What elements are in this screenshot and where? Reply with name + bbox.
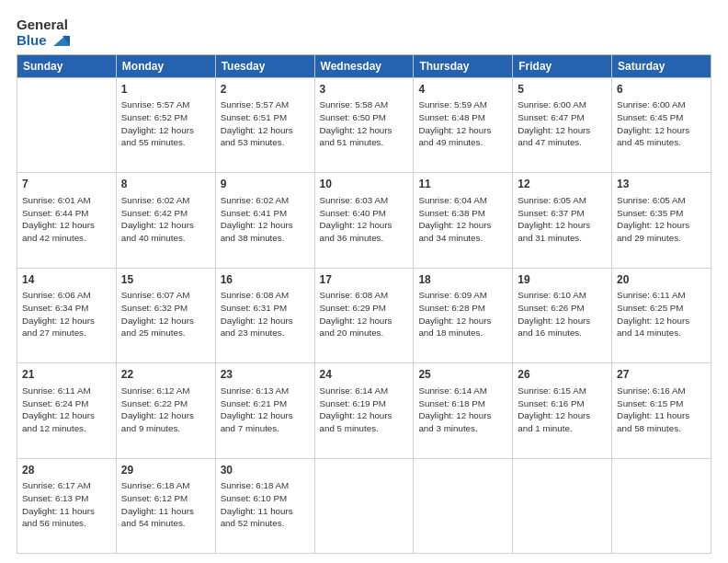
calendar-cell: 8Sunrise: 6:02 AM Sunset: 6:42 PM Daylig…	[116, 173, 215, 269]
day-info: Sunrise: 6:12 AM Sunset: 6:22 PM Dayligh…	[121, 385, 210, 435]
day-info: Sunrise: 6:10 AM Sunset: 6:26 PM Dayligh…	[518, 289, 607, 339]
calendar-cell: 2Sunrise: 5:57 AM Sunset: 6:51 PM Daylig…	[215, 77, 314, 173]
calendar-cell: 18Sunrise: 6:09 AM Sunset: 6:28 PM Dayli…	[414, 268, 513, 363]
weekday-header-row: SundayMondayTuesdayWednesdayThursdayFrid…	[17, 54, 711, 77]
logo: General Blue	[17, 17, 70, 49]
day-number: 16	[221, 272, 310, 288]
calendar-cell: 3Sunrise: 5:58 AM Sunset: 6:50 PM Daylig…	[314, 77, 414, 173]
day-info: Sunrise: 6:01 AM Sunset: 6:44 PM Dayligh…	[22, 194, 111, 245]
day-info: Sunrise: 6:18 AM Sunset: 6:12 PM Dayligh…	[121, 479, 210, 530]
calendar-cell	[314, 458, 414, 554]
week-row-3: 21Sunrise: 6:11 AM Sunset: 6:24 PM Dayli…	[17, 363, 711, 459]
calendar-cell: 13Sunrise: 6:05 AM Sunset: 6:35 PM Dayli…	[612, 173, 711, 269]
day-number: 11	[418, 177, 507, 192]
day-info: Sunrise: 6:03 AM Sunset: 6:40 PM Dayligh…	[320, 194, 409, 245]
header: General Blue	[17, 17, 711, 49]
calendar-cell: 26Sunrise: 6:15 AM Sunset: 6:16 PM Dayli…	[513, 363, 612, 459]
day-info: Sunrise: 5:58 AM Sunset: 6:50 PM Dayligh…	[320, 98, 409, 149]
calendar-cell: 20Sunrise: 6:11 AM Sunset: 6:25 PM Dayli…	[612, 268, 711, 363]
day-number: 29	[121, 463, 210, 478]
day-info: Sunrise: 5:57 AM Sunset: 6:51 PM Dayligh…	[221, 98, 310, 149]
day-number: 7	[22, 177, 111, 192]
calendar-cell: 30Sunrise: 6:18 AM Sunset: 6:10 PM Dayli…	[215, 458, 314, 554]
calendar-cell: 27Sunrise: 6:16 AM Sunset: 6:15 PM Dayli…	[612, 363, 711, 459]
calendar-cell	[612, 458, 711, 554]
day-info: Sunrise: 6:08 AM Sunset: 6:31 PM Dayligh…	[221, 289, 310, 339]
calendar-cell: 17Sunrise: 6:08 AM Sunset: 6:29 PM Dayli…	[314, 268, 414, 363]
calendar-cell: 19Sunrise: 6:10 AM Sunset: 6:26 PM Dayli…	[513, 268, 612, 363]
calendar-cell: 1Sunrise: 5:57 AM Sunset: 6:52 PM Daylig…	[116, 77, 215, 173]
weekday-header-monday: Monday	[116, 54, 215, 77]
calendar-cell: 9Sunrise: 6:02 AM Sunset: 6:41 PM Daylig…	[215, 173, 314, 269]
week-row-2: 14Sunrise: 6:06 AM Sunset: 6:34 PM Dayli…	[17, 268, 711, 363]
day-number: 30	[221, 463, 310, 478]
day-number: 22	[121, 367, 210, 383]
calendar-cell: 6Sunrise: 6:00 AM Sunset: 6:45 PM Daylig…	[612, 77, 711, 173]
day-number: 8	[121, 177, 210, 192]
logo-text: General Blue	[17, 17, 70, 49]
day-info: Sunrise: 5:59 AM Sunset: 6:48 PM Dayligh…	[418, 98, 507, 149]
day-info: Sunrise: 6:00 AM Sunset: 6:47 PM Dayligh…	[518, 98, 607, 149]
weekday-header-saturday: Saturday	[612, 54, 711, 77]
day-info: Sunrise: 6:07 AM Sunset: 6:32 PM Dayligh…	[121, 289, 210, 339]
day-number: 24	[320, 367, 409, 383]
logo-triangle-icon	[50, 33, 70, 48]
day-number: 14	[22, 272, 111, 288]
day-number: 25	[418, 367, 507, 383]
day-info: Sunrise: 6:17 AM Sunset: 6:13 PM Dayligh…	[22, 479, 111, 530]
calendar-cell: 25Sunrise: 6:14 AM Sunset: 6:18 PM Dayli…	[414, 363, 513, 459]
day-info: Sunrise: 6:11 AM Sunset: 6:24 PM Dayligh…	[22, 385, 111, 435]
day-number: 6	[617, 82, 706, 98]
calendar-cell: 4Sunrise: 5:59 AM Sunset: 6:48 PM Daylig…	[414, 77, 513, 173]
day-info: Sunrise: 6:02 AM Sunset: 6:42 PM Dayligh…	[121, 194, 210, 245]
day-number: 26	[518, 367, 607, 383]
day-number: 18	[418, 272, 507, 288]
day-info: Sunrise: 6:05 AM Sunset: 6:37 PM Dayligh…	[518, 194, 607, 245]
calendar-table: SundayMondayTuesdayWednesdayThursdayFrid…	[17, 54, 711, 555]
day-number: 2	[221, 82, 310, 98]
calendar-cell	[513, 458, 612, 554]
day-info: Sunrise: 5:57 AM Sunset: 6:52 PM Dayligh…	[121, 98, 210, 149]
day-info: Sunrise: 6:06 AM Sunset: 6:34 PM Dayligh…	[22, 289, 111, 339]
calendar-cell: 22Sunrise: 6:12 AM Sunset: 6:22 PM Dayli…	[116, 363, 215, 459]
day-number: 27	[617, 367, 706, 383]
day-info: Sunrise: 6:14 AM Sunset: 6:19 PM Dayligh…	[320, 385, 409, 435]
calendar-cell: 23Sunrise: 6:13 AM Sunset: 6:21 PM Dayli…	[215, 363, 314, 459]
week-row-0: 1Sunrise: 5:57 AM Sunset: 6:52 PM Daylig…	[17, 77, 711, 173]
day-number: 12	[518, 177, 607, 192]
day-number: 13	[617, 177, 706, 192]
day-info: Sunrise: 6:14 AM Sunset: 6:18 PM Dayligh…	[418, 385, 507, 435]
day-number: 19	[518, 272, 607, 288]
calendar-cell: 11Sunrise: 6:04 AM Sunset: 6:38 PM Dayli…	[414, 173, 513, 269]
day-info: Sunrise: 6:04 AM Sunset: 6:38 PM Dayligh…	[418, 194, 507, 245]
calendar-cell: 28Sunrise: 6:17 AM Sunset: 6:13 PM Dayli…	[17, 458, 117, 554]
day-info: Sunrise: 6:16 AM Sunset: 6:15 PM Dayligh…	[617, 385, 706, 435]
calendar-cell: 21Sunrise: 6:11 AM Sunset: 6:24 PM Dayli…	[17, 363, 117, 459]
page: General Blue SundayMondayTuesdayWednesda…	[0, 0, 728, 563]
day-info: Sunrise: 6:15 AM Sunset: 6:16 PM Dayligh…	[518, 385, 607, 435]
calendar-cell: 10Sunrise: 6:03 AM Sunset: 6:40 PM Dayli…	[314, 173, 414, 269]
day-number: 10	[320, 177, 409, 192]
day-number: 28	[22, 463, 111, 478]
day-info: Sunrise: 6:00 AM Sunset: 6:45 PM Dayligh…	[617, 98, 706, 149]
weekday-header-sunday: Sunday	[17, 54, 117, 77]
day-number: 23	[221, 367, 310, 383]
day-info: Sunrise: 6:18 AM Sunset: 6:10 PM Dayligh…	[221, 479, 310, 530]
day-number: 3	[320, 82, 409, 98]
week-row-1: 7Sunrise: 6:01 AM Sunset: 6:44 PM Daylig…	[17, 173, 711, 269]
calendar-cell	[414, 458, 513, 554]
day-number: 15	[121, 272, 210, 288]
day-number: 20	[617, 272, 706, 288]
day-number: 1	[121, 82, 210, 98]
day-info: Sunrise: 6:13 AM Sunset: 6:21 PM Dayligh…	[221, 385, 310, 435]
week-row-4: 28Sunrise: 6:17 AM Sunset: 6:13 PM Dayli…	[17, 458, 711, 554]
weekday-header-tuesday: Tuesday	[215, 54, 314, 77]
calendar-cell: 5Sunrise: 6:00 AM Sunset: 6:47 PM Daylig…	[513, 77, 612, 173]
day-info: Sunrise: 6:02 AM Sunset: 6:41 PM Dayligh…	[221, 194, 310, 245]
calendar-cell: 15Sunrise: 6:07 AM Sunset: 6:32 PM Dayli…	[116, 268, 215, 363]
calendar-cell	[17, 77, 117, 173]
day-number: 17	[320, 272, 409, 288]
day-info: Sunrise: 6:08 AM Sunset: 6:29 PM Dayligh…	[320, 289, 409, 339]
calendar-cell: 16Sunrise: 6:08 AM Sunset: 6:31 PM Dayli…	[215, 268, 314, 363]
weekday-header-wednesday: Wednesday	[314, 54, 414, 77]
